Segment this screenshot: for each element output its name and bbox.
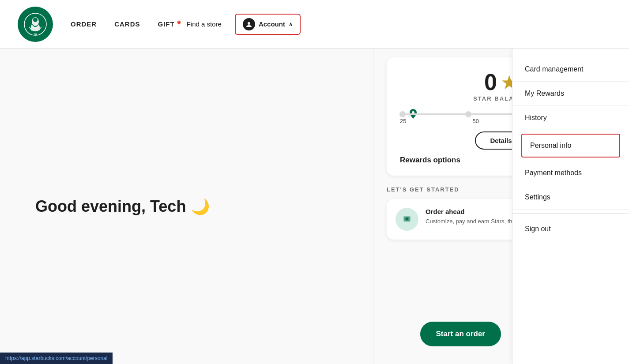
dropdown-payment-methods[interactable]: Payment methods [512,161,629,185]
main-content: Good evening, Tech 🌙 0 ★ STAR BALANCE [0,49,629,364]
dropdown-my-rewards[interactable]: My Rewards [512,82,629,106]
status-url: https://app.starbucks.com/account/person… [5,355,107,361]
svg-point-5 [248,22,250,25]
nav-gift[interactable]: GIFT [158,20,175,28]
moon-emoji-icon: 🌙 [191,198,210,215]
personal-info-wrapper: Personal info [512,130,629,161]
dropdown-sign-out[interactable]: Sign out [512,217,629,241]
find-store-label: Find a store [187,20,222,28]
svg-text:TM: TM [34,33,37,36]
header: TM ORDER CARDS GIFT 📍 Find a store [0,0,629,49]
star-count: 0 [484,71,497,94]
svg-point-9 [406,218,408,220]
nav-order[interactable]: ORDER [71,20,97,28]
nav-cards[interactable]: CARDS [114,20,140,28]
svg-point-3 [33,18,38,22]
greeting-message: Good evening, Tech [35,197,186,216]
starbucks-logo[interactable]: TM [18,7,53,42]
account-button[interactable]: Account ∧ [235,14,301,35]
dropdown-settings[interactable]: Settings [512,185,629,210]
dropdown-divider [512,213,629,214]
main-nav: ORDER CARDS GIFT [71,20,175,28]
chevron-up-icon: ∧ [289,21,293,27]
progress-dot-25 [399,111,406,117]
dropdown-personal-info[interactable]: Personal info [521,134,620,158]
status-bar: https://app.starbucks.com/account/person… [0,353,113,364]
label-50: 50 [451,118,501,124]
order-ahead-icon [395,208,418,231]
account-label: Account [259,20,285,28]
label-25: 25 [400,118,451,124]
account-avatar-icon [243,18,255,30]
header-right: 📍 Find a store Account ∧ [175,14,301,35]
start-order-button[interactable]: Start an order [420,322,501,346]
progress-dot-50 [465,111,471,117]
account-dropdown: Card management My Rewards History Perso… [512,49,629,364]
left-panel: Good evening, Tech 🌙 [0,49,373,364]
location-icon: 📍 [175,20,183,28]
cup-icon [401,212,413,227]
find-store-button[interactable]: 📍 Find a store [175,20,222,28]
dropdown-card-management[interactable]: Card management [512,57,629,82]
dropdown-history[interactable]: History [512,106,629,130]
greeting-text: Good evening, Tech 🌙 [35,197,338,216]
